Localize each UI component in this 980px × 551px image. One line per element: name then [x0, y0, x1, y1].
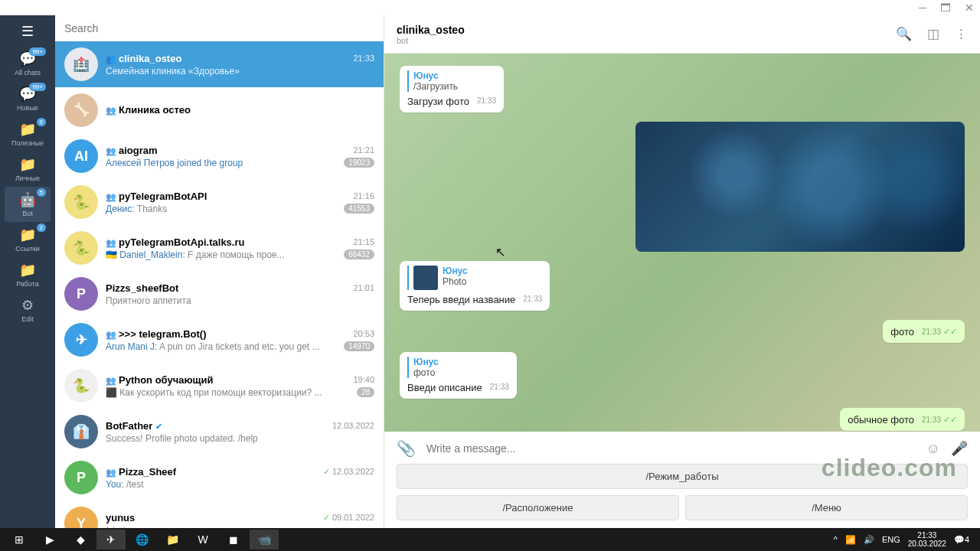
reply-quote[interactable]: Юнусфото: [407, 357, 509, 378]
avatar: 🦴: [64, 93, 98, 127]
message-in[interactable]: Юнус/ЗагрузитьЗагрузи фото21:33: [400, 66, 504, 112]
taskbar-app[interactable]: 📁: [158, 530, 187, 549]
sound-icon[interactable]: 🔊: [864, 535, 874, 545]
folder-Новые[interactable]: 💬Новые99+: [5, 81, 51, 116]
folder-icon: ⚙: [5, 297, 51, 314]
keyboard-button[interactable]: /Расположение: [397, 495, 679, 520]
taskbar-app[interactable]: ⊞: [5, 530, 34, 549]
folder-Работа[interactable]: 📁Работа: [5, 257, 51, 292]
message-in[interactable]: ЮнусPhotoТеперь введи название21:33: [400, 261, 550, 311]
minimize-button[interactable]: ─: [919, 2, 926, 14]
avatar: Y: [64, 507, 98, 528]
chat-header[interactable]: clinika_osteo bot 🔍 ◫ ⋮: [384, 15, 980, 54]
folder-Bot[interactable]: 🤖Bot5: [5, 187, 51, 222]
folder-Личные[interactable]: 📁Личные: [5, 152, 51, 187]
keyboard-button[interactable]: /Режим_работы: [397, 464, 968, 489]
chat-item[interactable]: P 👥Pizza_Sheef✓12.03.2022 You: /test: [55, 455, 384, 500]
reply-keyboard: /Режим_работы/Расположение/Меню: [397, 464, 968, 520]
message-out[interactable]: фото21:33✓✓: [883, 320, 965, 343]
chat-time: 19:40: [353, 375, 374, 384]
folder-Edit[interactable]: ⚙Edit: [5, 292, 51, 328]
unread-badge: 28: [357, 387, 374, 397]
chat-name: 👥aiogram: [106, 145, 158, 156]
chat-name: Pizzs_sheefBot: [106, 282, 178, 294]
unread-badge: 14970: [344, 341, 374, 351]
chat-preview: Алексей Петров joined the group: [106, 158, 243, 168]
clock[interactable]: 21:3320.03.2022: [908, 531, 946, 548]
chat-item[interactable]: Y yunus✓09.01.2022 /start: [55, 500, 384, 528]
badge: 9: [37, 118, 46, 126]
maximize-button[interactable]: 🗖: [940, 2, 951, 14]
message-input[interactable]: [426, 442, 916, 455]
input-area: 📎 ☺ 🎤 /Режим_работы/Расположение/Меню: [384, 432, 980, 528]
message-out[interactable]: обычное фото21:33✓✓: [840, 408, 965, 431]
close-button[interactable]: ✕: [965, 2, 974, 14]
system-tray[interactable]: ^📶🔊ENG21:3320.03.2022💬4: [834, 531, 975, 548]
avatar: 🐍: [64, 231, 98, 265]
chat-name: 👥>>> telegram.Bot(): [106, 328, 207, 340]
chat-item[interactable]: 🐍 👥Python обучающий19:40 ⬛ Как ускорить …: [55, 363, 384, 409]
chat-item[interactable]: 👔 BotFather ✔12.03.2022 Success! Profile…: [55, 409, 384, 455]
mic-icon[interactable]: 🎤: [951, 440, 968, 457]
reply-quote[interactable]: ЮнусPhoto: [407, 266, 542, 290]
chat-time: 12.03.2022: [332, 421, 374, 430]
lang-indicator[interactable]: ENG: [882, 535, 900, 544]
chat-view: clinika_osteo bot 🔍 ◫ ⋮ Юнус/ЗагрузитьЗа…: [384, 15, 980, 528]
search-box[interactable]: [55, 15, 384, 41]
chat-item[interactable]: AI 👥aiogram21:21 Алексей Петров joined t…: [55, 133, 384, 179]
chat-item[interactable]: 🏥 👥clinika_osteo21:33 Семейная клиника «…: [55, 41, 384, 87]
chat-name: 👥Клиника остео: [106, 104, 191, 116]
search-input[interactable]: [64, 22, 374, 34]
read-checks-icon: ✓✓: [943, 415, 957, 424]
badge: 99+: [29, 47, 46, 56]
notification-icon[interactable]: 💬4: [954, 535, 969, 545]
folder-rail: ☰💬All chats99+💬Новые99+📁Полезные9📁Личные…: [0, 15, 55, 528]
unread-badge: 41553: [344, 204, 374, 214]
message-in[interactable]: ЮнусфотоВведи описание21:33: [400, 352, 517, 399]
emoji-icon[interactable]: ☺: [926, 441, 940, 457]
taskbar-app[interactable]: W: [188, 530, 217, 549]
chat-time: 21:15: [353, 237, 374, 246]
chat-preview: Arun Mani J: A pun on Jira tickets and e…: [106, 341, 320, 352]
chat-time: 21:33: [353, 54, 374, 63]
chat-item[interactable]: ✈ 👥>>> telegram.Bot()20:53 Arun Mani J: …: [55, 317, 384, 363]
taskbar[interactable]: ⊞▶◆✈🌐📁W◼📹^📶🔊ENG21:3320.03.2022💬4: [0, 528, 980, 551]
chat-name: 👥pyTelegramBotAPI: [106, 191, 207, 202]
chat-title: clinika_osteo: [397, 24, 896, 36]
wifi-icon[interactable]: 📶: [845, 535, 856, 545]
folder-All chats[interactable]: 💬All chats99+: [5, 46, 51, 81]
badge: 2: [37, 223, 46, 232]
menu-icon[interactable]: ☰: [21, 23, 34, 40]
taskbar-app[interactable]: ✈: [96, 530, 126, 549]
chat-name: 👥pyTelegramBotApi.talks.ru: [106, 236, 244, 248]
taskbar-app[interactable]: 📹: [250, 530, 279, 549]
avatar: 🐍: [64, 369, 98, 403]
chat-list-panel: 🏥 👥clinika_osteo21:33 Семейная клиника «…: [55, 15, 384, 528]
taskbar-app[interactable]: 🌐: [127, 530, 156, 549]
chat-item[interactable]: 🐍 👥pyTelegramBotAPI21:16 Денис: Thanks41…: [55, 179, 384, 225]
chat-preview: Семейная клиника «Здоровье»: [106, 66, 240, 77]
folder-Ссылки[interactable]: 📁Ссылки2: [5, 222, 51, 257]
attach-icon[interactable]: 📎: [397, 439, 416, 458]
reply-quote[interactable]: Юнус/Загрузить: [407, 70, 496, 92]
folder-Полезные[interactable]: 📁Полезные9: [5, 116, 51, 152]
taskbar-app[interactable]: ▶: [35, 530, 64, 549]
chat-name: yunus: [106, 512, 135, 523]
search-icon[interactable]: 🔍: [896, 26, 912, 42]
badge: 99+: [29, 83, 46, 91]
unread-badge: 66432: [344, 249, 374, 259]
chat-time: 20:53: [353, 329, 374, 338]
photo-message[interactable]: [635, 122, 965, 252]
chat-item[interactable]: 🦴 👥Клиника остео: [55, 87, 384, 133]
more-icon[interactable]: ⋮: [955, 26, 968, 42]
chat-preview: ⬛ Как ускорить код при помощи векторизац…: [106, 387, 322, 398]
sidebar-icon[interactable]: ◫: [927, 26, 939, 42]
chat-item[interactable]: P Pizzs_sheefBot21:01 Приятного аппетита: [55, 271, 384, 317]
chat-subtitle: bot: [397, 36, 896, 45]
taskbar-app[interactable]: ◆: [66, 530, 95, 549]
chat-item[interactable]: 🐍 👥pyTelegramBotApi.talks.ru21:15 🇺🇦 Dan…: [55, 225, 384, 271]
badge: 5: [37, 188, 46, 197]
keyboard-button[interactable]: /Меню: [685, 495, 968, 520]
messages-area[interactable]: Юнус/ЗагрузитьЗагрузи фото21:33ЮнусPhoto…: [384, 54, 980, 432]
taskbar-app[interactable]: ◼: [219, 530, 248, 549]
